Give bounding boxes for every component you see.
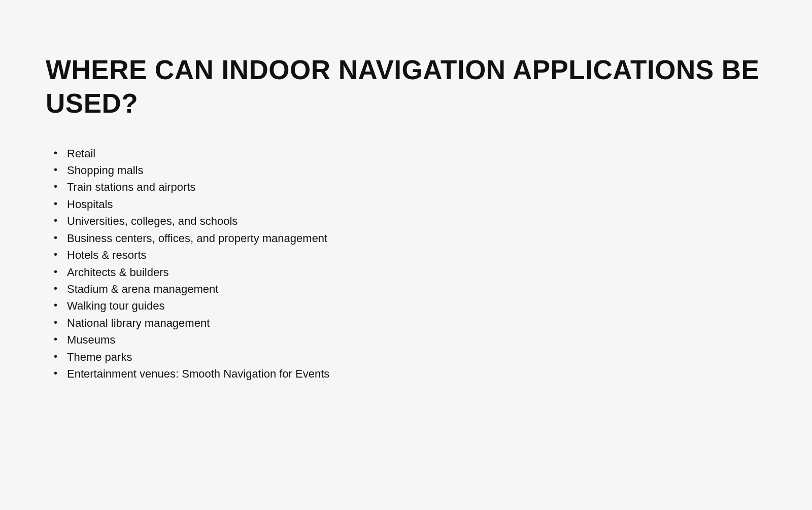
list-item: Retail: [53, 145, 367, 162]
list-item: Hotels & resorts: [53, 247, 367, 263]
list-item: Hospitals: [53, 196, 367, 213]
use-case-list: Retail Shopping malls Train stations and…: [46, 145, 766, 383]
list-item: Walking tour guides: [53, 297, 367, 314]
list-item: National library management: [53, 315, 367, 331]
list-item: Universities, colleges, and schools: [53, 213, 367, 229]
list-item: Architects & builders: [53, 264, 367, 281]
list-item: Shopping malls: [53, 162, 367, 179]
list-item: Entertainment venues: Smooth Navigation …: [53, 365, 367, 382]
list-item: Theme parks: [53, 349, 367, 365]
list-item: Train stations and airports: [53, 179, 367, 195]
list-item: Business centers, offices, and property …: [53, 230, 367, 247]
page-heading: WHERE CAN INDOOR NAVIGATION APPLICATIONS…: [46, 53, 766, 121]
list-item: Stadium & arena management: [53, 281, 367, 297]
list-item: Museums: [53, 331, 367, 348]
